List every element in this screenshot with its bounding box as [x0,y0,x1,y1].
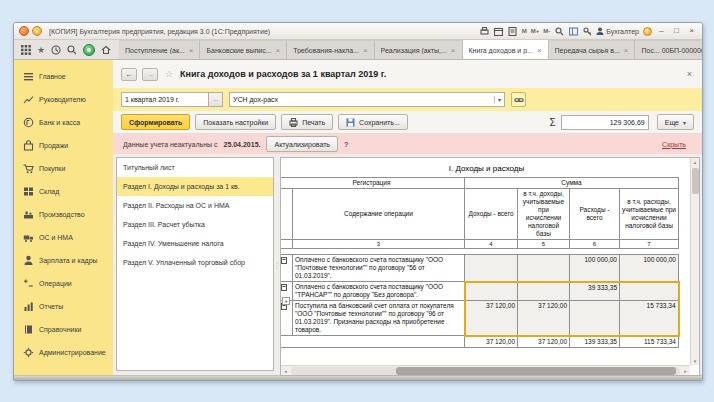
show-settings-button[interactable]: Показать настройки [195,114,276,130]
tab-kniga-dohodov[interactable]: Книга доходов и р...× [463,40,549,59]
link-settings-icon[interactable] [511,92,526,107]
scroll-left-icon[interactable]: ◂ [281,368,290,374]
memory-m-plus-button[interactable]: M+ [531,28,540,34]
section-5[interactable]: Раздел V. Уплаченный торговый сбор [117,253,273,272]
tab-close-icon[interactable]: × [537,46,542,55]
chevron-down-icon: ▾ [683,119,686,126]
tab-close-icon[interactable]: × [189,46,194,55]
calculator-icon[interactable] [508,26,518,36]
sidebar-item-spravochniki[interactable]: Справочники [14,318,113,341]
favorite-star-icon[interactable]: ☆ [165,69,173,79]
save-button[interactable]: Сохранить... [338,114,408,130]
print-icon[interactable] [480,26,490,36]
tab-close-icon[interactable]: × [624,46,629,55]
table-row[interactable]: Оплачено с банковского счета поставщику … [281,282,679,301]
section-2[interactable]: Раздел II. Расходы на ОС и НМА [117,196,273,215]
trend-chart-icon [23,94,34,105]
memory-m-minus-button[interactable]: M- [543,28,550,34]
history-icon[interactable] [51,45,61,55]
section-3[interactable]: Раздел III. Расчет убытка [117,215,273,234]
service-menu-icon[interactable]: ▾ [32,26,42,36]
calendar-icon[interactable] [494,26,504,36]
section-title-page[interactable]: Титульный лист [117,158,273,177]
generate-button[interactable]: Сформировать [121,114,190,130]
tab-postuplenie[interactable]: Поступление (ак...× [119,40,200,59]
report-header: ← → ☆ Книга доходов и расходов за 1 квар… [113,60,702,88]
current-user[interactable]: Бухгалтер [596,27,639,35]
table-row[interactable]: Оплачено с банковского счета поставщику … [281,255,679,282]
forward-button[interactable]: → [142,68,158,81]
tab-peredacha-syrya[interactable]: Передача сырья в...× [549,40,636,59]
tab-bankovskie-vypiski[interactable]: Банковские выпис...× [200,40,287,59]
table-title: I. Доходы и расходы [283,164,690,173]
memory-m-button[interactable]: M [522,28,527,34]
tab-trebovaniya-nakladnye[interactable]: Требования-накла...× [287,40,374,59]
panel-icon[interactable] [568,26,578,36]
print-button[interactable]: Печать [281,114,333,130]
scroll-right-icon[interactable]: ▸ [681,368,690,374]
user-icon [596,27,604,35]
totals-label-cell [281,336,465,348]
more-button[interactable]: Еще▾ [657,114,694,130]
variant-select[interactable]: УСН дох-расх ▾ [229,92,505,107]
table-row[interactable]: Поступила на банковский счет оплата от п… [281,301,679,336]
scroll-up-icon[interactable]: ▴ [694,159,697,165]
column-header-income-total: Доходы - всего [465,189,518,240]
tab-close-icon[interactable]: × [276,46,281,55]
sidebar-item-rukovoditelyu[interactable]: Руководителю [14,88,113,111]
row-group-expander[interactable]: + [282,297,290,305]
back-button[interactable]: ← [121,68,137,81]
sidebar-item-pokupki[interactable]: Покупки [14,157,113,180]
tab-close-icon[interactable]: × [363,46,368,55]
chevron-down-icon[interactable]: ▾ [494,96,501,103]
minimize-button[interactable]: – [656,26,667,36]
group-header-sum: Сумма [465,178,679,189]
close-report-icon[interactable]: × [687,69,694,79]
tab-bar: ★ Поступление (ак...× Банковские выпис..… [14,40,702,60]
zoom-icon[interactable] [554,26,564,36]
tab-realizaciya[interactable]: Реализация (акты,...× [375,40,463,59]
sidebar-item-bank-i-kassa[interactable]: Банк и касса [14,111,113,134]
group-header-registration: Регистрация [281,178,465,189]
sidebar-item-proizvodstvo[interactable]: Производство [14,203,113,226]
sidebar-item-operacii[interactable]: Операции [14,272,113,295]
search-icon[interactable] [67,45,77,55]
spreadsheet[interactable]: I. Доходы и расходы Регистрация Сумма Со… [281,158,690,365]
main-menu-icon[interactable] [19,26,29,36]
home-icon[interactable] [101,45,111,55]
sidebar-item-administrirovanie[interactable]: Администрирование [14,341,113,364]
hide-alert-link[interactable]: Скрыть [662,141,686,148]
help-icon[interactable]: ? [344,141,348,148]
sum-sigma-icon: Σ [550,117,556,128]
tab-postuplenie-2[interactable]: Пос... 00БП-000006× [635,40,703,59]
horizontal-scroll-thumb[interactable] [396,367,676,375]
boxes-icon [23,186,34,197]
period-input[interactable]: 1 квартал 2019 г. [121,92,209,107]
sum-total-field[interactable]: 129 306,69 [561,115,649,130]
section-4[interactable]: Раздел IV. Уменьшение налога [117,234,273,253]
bag-icon [23,140,34,151]
horizontal-scrollbar[interactable]: ◂ ▸ [281,365,690,375]
actualize-button[interactable]: Актуализировать [266,136,338,152]
tab-close-icon[interactable]: × [451,46,456,55]
vertical-scroll-thumb[interactable] [692,168,699,194]
sidebar-item-glavnoe[interactable]: Главное [14,65,113,88]
favorites-icon[interactable]: ★ [37,45,45,55]
scroll-down-icon[interactable]: ▾ [694,358,697,364]
sidebar-item-otchety[interactable]: Отчеты [14,295,113,318]
key-icon[interactable] [582,26,592,36]
sidebar-item-prodazhi[interactable]: Продажи [14,134,113,157]
sidebar: Главное Руководителю Банк и касса Продаж… [14,60,113,375]
menu-grid-icon[interactable] [21,45,31,55]
period-picker-button[interactable]: ... [209,92,223,107]
sidebar-item-sklad[interactable]: Склад [14,180,113,203]
sidebar-item-os-i-nma[interactable]: ОС и НМА [14,226,113,249]
close-window-button[interactable]: × [686,26,697,36]
notifications-icon[interactable]: i [643,27,652,36]
sidebar-item-zarplata-i-kadry[interactable]: Зарплата и кадры [14,249,113,272]
service-logo-icon[interactable] [83,44,95,56]
section-1-selected[interactable]: Раздел I. Доходы и расходы за 1 кв. [117,177,273,196]
vertical-scrollbar[interactable]: ▴ ▾ [690,158,699,365]
restore-button[interactable]: □ [671,26,682,36]
alert-date: 25.04.2015. [223,141,260,148]
